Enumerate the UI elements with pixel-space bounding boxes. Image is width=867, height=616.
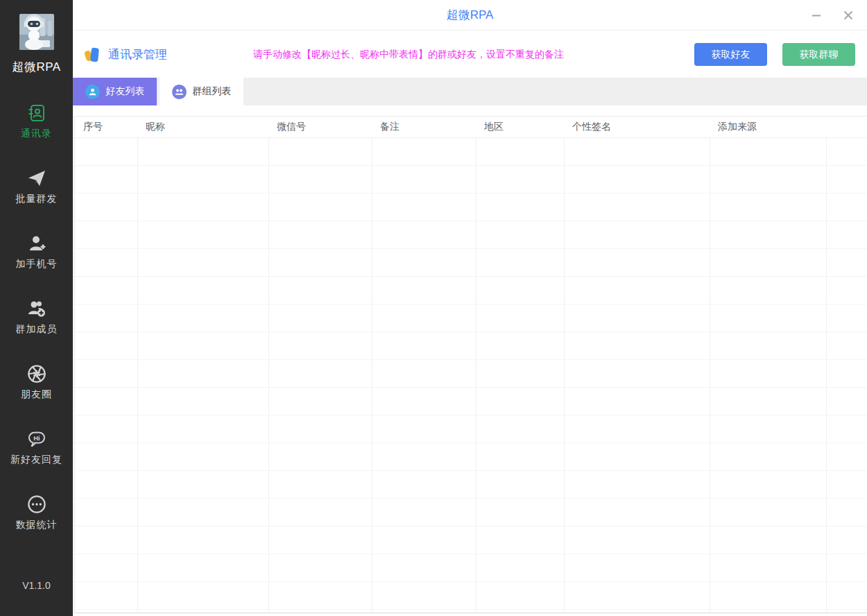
app-logo-robot-image [19, 14, 54, 50]
tabbar: 好友列表 群组列表 [73, 78, 867, 105]
page-title: 通讯录管理 [108, 46, 167, 62]
table-row [75, 359, 867, 387]
person-add-icon [26, 233, 47, 254]
table-row [75, 498, 867, 526]
column-header-empty [826, 117, 867, 137]
fetch-friends-button[interactable]: 获取好友 [694, 43, 767, 66]
sidebar-item-moments[interactable]: 朋友圈 [21, 363, 52, 401]
group-icon [172, 85, 187, 99]
titlebar: 超微RPA [73, 0, 867, 31]
column-header[interactable]: 地区 [476, 117, 564, 137]
window-title: 超微RPA [73, 0, 867, 31]
friend-table-body [75, 137, 867, 613]
table-row [75, 609, 867, 613]
sidebar-item-label: 群加成员 [16, 323, 58, 336]
moments-icon [26, 363, 47, 384]
sidebar-item-add-phone[interactable]: 加手机号 [16, 233, 58, 271]
sidebar-item-label: 朋友圈 [21, 388, 52, 401]
page-header: 通讯录管理 请手动修改【昵称过长、昵称中带表情】的群或好友，设置不重复的备注 获… [73, 31, 867, 78]
sidebar-item-label: 数据统计 [16, 519, 58, 531]
warning-message: 请手动修改【昵称过长、昵称中带表情】的群或好友，设置不重复的备注 [253, 49, 564, 61]
group-add-icon [26, 298, 47, 319]
contacts-icon [26, 103, 47, 123]
sidebar-item-contacts[interactable]: 通讯录 [21, 103, 52, 140]
table-row [75, 581, 867, 609]
fetch-groups-button[interactable]: 获取群聊 [782, 43, 855, 66]
table-row [75, 443, 867, 470]
table-header-row: 序号 昵称 微信号 备注 地区 个性签名 添加来源 [75, 117, 867, 137]
column-header[interactable]: 序号 [75, 117, 137, 137]
column-header[interactable]: 昵称 [137, 117, 268, 137]
app-version: V1.1.0 [22, 580, 50, 591]
main-content: 通讯录管理 请手动修改【昵称过长、昵称中带表情】的群或好友，设置不重复的备注 获… [73, 31, 867, 616]
sidebar: 超微RPA 通讯录 [0, 0, 73, 616]
table-row [75, 248, 867, 276]
sidebar-item-new-friend-reply[interactable]: Hi 新好友回复 [10, 429, 62, 466]
tab-label: 群组列表 [193, 85, 232, 98]
column-header[interactable]: 备注 [372, 117, 476, 137]
minimize-button[interactable] [809, 8, 824, 23]
tab-friend-list[interactable]: 好友列表 [73, 78, 157, 105]
sidebar-item-data-stats[interactable]: 数据统计 [16, 494, 58, 531]
svg-text:Hi: Hi [33, 434, 40, 442]
column-header[interactable]: 个性签名 [564, 117, 710, 137]
sidebar-item-bulk-send[interactable]: 批量群发 [16, 168, 58, 205]
table-row [75, 554, 867, 581]
sidebar-item-label: 加手机号 [16, 258, 58, 271]
tab-group-list[interactable]: 群组列表 [160, 78, 243, 105]
table-row [75, 415, 867, 443]
stats-icon [26, 494, 47, 515]
table-row [75, 526, 867, 554]
sidebar-item-group-add-member[interactable]: 群加成员 [16, 298, 58, 336]
window-controls [809, 0, 856, 31]
contacts-manager-icon [85, 46, 101, 63]
table-row [75, 193, 867, 221]
tab-label: 好友列表 [106, 85, 145, 98]
table-row [75, 165, 867, 193]
app-window: 超微RPA 通讯录 [0, 0, 867, 616]
sidebar-item-label: 批量群发 [16, 193, 58, 205]
column-header[interactable]: 添加来源 [710, 117, 826, 137]
sidebar-item-label: 通讯录 [21, 128, 52, 140]
table-row [75, 221, 867, 248]
table-row [75, 276, 867, 304]
hi-bubble-icon: Hi [26, 429, 47, 450]
column-header[interactable]: 微信号 [268, 117, 372, 137]
table-row [75, 332, 867, 359]
app-brand-name: 超微RPA [12, 59, 60, 75]
person-icon [85, 85, 100, 99]
header-buttons: 获取好友 获取群聊 [694, 43, 855, 66]
table-row [75, 304, 867, 332]
table-row [75, 470, 867, 498]
send-icon [26, 168, 47, 189]
friend-table: 序号 昵称 微信号 备注 地区 个性签名 添加来源 [74, 116, 867, 613]
sidebar-item-label: 新好友回复 [10, 454, 62, 466]
sidebar-nav: 通讯录 批量群发 [10, 103, 62, 559]
close-button[interactable] [841, 8, 856, 23]
table-row [75, 387, 867, 415]
table-row [75, 137, 867, 165]
